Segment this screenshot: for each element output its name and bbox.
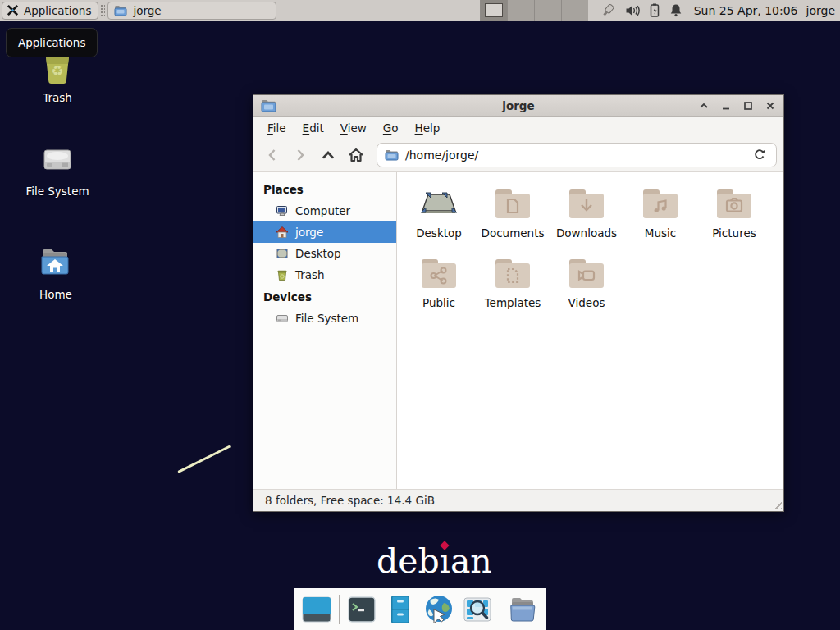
file-item-downloads[interactable]: Downloads: [551, 183, 622, 240]
applications-tooltip: Applications: [6, 28, 98, 57]
menu-help[interactable]: Help: [407, 119, 449, 137]
home-button[interactable]: [344, 143, 368, 167]
panel-clock[interactable]: Sun 25 Apr, 10:06: [694, 4, 798, 17]
sidebar-devices-header: Devices: [253, 285, 396, 308]
dock-separator: [500, 595, 500, 624]
file-item-public[interactable]: Public: [404, 253, 474, 309]
desktop-line-artifact: [177, 445, 231, 472]
applications-menu-button[interactable]: Applications: [2, 2, 98, 20]
dock-separator: [339, 595, 340, 624]
file-item-music[interactable]: Music: [625, 183, 696, 240]
trash-icon: [276, 268, 289, 281]
panel-username[interactable]: jorge: [806, 4, 835, 17]
battery-icon[interactable]: [649, 3, 660, 17]
desktop-icon-home[interactable]: Home: [16, 244, 95, 301]
file-cabinet-icon[interactable]: [384, 593, 417, 626]
workspace-1[interactable]: [480, 0, 507, 21]
folder-templates-icon: [493, 257, 532, 290]
svg-text:♻: ♻: [51, 62, 63, 79]
file-item-label: Desktop: [416, 226, 462, 240]
debian-logo-text: an: [450, 541, 492, 581]
file-item-documents[interactable]: Documents: [477, 183, 548, 240]
sidebar-item-file-system[interactable]: File System: [253, 308, 396, 329]
notifications-bell-icon[interactable]: [669, 3, 682, 17]
menu-file[interactable]: File: [259, 119, 294, 137]
back-button[interactable]: [260, 143, 285, 167]
forward-button[interactable]: [288, 143, 313, 167]
debian-logo: debıan: [377, 541, 492, 581]
debian-logo-i: ı: [440, 541, 450, 581]
file-item-pictures[interactable]: Pictures: [699, 183, 769, 240]
desktop-icon-label: File System: [25, 185, 89, 198]
terminal-icon[interactable]: [345, 593, 378, 626]
sidebar: Places Computer: [253, 172, 397, 489]
sidebar-item-computer[interactable]: Computer: [253, 200, 396, 221]
panel-handle[interactable]: [100, 4, 105, 17]
home-icon: [276, 226, 289, 239]
workspace-2[interactable]: [507, 0, 534, 21]
debian-logo-text: deb: [377, 541, 440, 581]
path-folder-icon: [385, 149, 399, 161]
statusbar: 8 folders, Free space: 14.4 GiB: [253, 489, 783, 511]
volume-icon[interactable]: [625, 4, 640, 17]
show-desktop-icon[interactable]: [300, 593, 333, 626]
menu-go[interactable]: Go: [375, 119, 407, 137]
resize-grip[interactable]: [771, 499, 782, 509]
desktop-icon-label: Home: [39, 288, 72, 301]
file-item-label: Documents: [482, 226, 545, 240]
file-manager-window: jorge File Edit View Go Help: [253, 94, 784, 512]
path-input[interactable]: /home/jorge/: [405, 148, 478, 162]
reload-icon[interactable]: [751, 148, 769, 162]
taskbar-window-label: jorge: [133, 4, 161, 17]
file-item-templates[interactable]: Templates: [477, 253, 548, 309]
sidebar-item-desktop[interactable]: Desktop: [253, 243, 396, 264]
window-content: Places Computer: [253, 172, 783, 489]
folder-downloads-icon: [567, 187, 606, 220]
computer-icon: [276, 204, 289, 217]
desktop-icon-file-system[interactable]: File System: [18, 139, 97, 198]
folder-icon: [114, 5, 127, 16]
folder-public-icon: [419, 257, 459, 290]
file-item-label: Templates: [485, 296, 541, 309]
up-button[interactable]: [316, 143, 340, 167]
titlebar[interactable]: jorge: [253, 95, 783, 117]
desktop-icon-label: Trash: [43, 91, 72, 104]
workspace-switcher: [480, 0, 588, 21]
minimize-button[interactable]: [720, 100, 732, 112]
maximize-button[interactable]: [742, 100, 754, 112]
path-bar[interactable]: /home/jorge/: [377, 143, 777, 167]
desktop-icon: [276, 247, 289, 260]
shade-button[interactable]: [698, 100, 710, 112]
top-panel: Applications jorge: [0, 0, 840, 21]
applications-menu-label: Applications: [24, 4, 91, 17]
app-finder-icon[interactable]: [461, 593, 494, 626]
menu-edit[interactable]: Edit: [294, 119, 332, 137]
close-button[interactable]: [765, 100, 776, 112]
sidebar-item-jorge[interactable]: jorge: [253, 221, 396, 243]
sidebar-item-trash[interactable]: Trash: [253, 264, 396, 285]
pen-tool-icon[interactable]: [600, 3, 616, 18]
sidebar-item-label: jorge: [295, 226, 323, 239]
file-item-videos[interactable]: Videos: [551, 253, 622, 309]
workspace-window-preview: [485, 3, 503, 17]
file-grid: Desktop Documents: [397, 172, 783, 489]
hard-drive-icon: [38, 139, 77, 179]
web-browser-icon[interactable]: [422, 593, 455, 626]
file-item-label: Downloads: [556, 226, 617, 240]
sidebar-item-label: Desktop: [295, 247, 341, 260]
folder-icon[interactable]: [506, 593, 539, 626]
window-folder-icon: [261, 99, 276, 112]
file-item-desktop[interactable]: Desktop: [404, 183, 474, 240]
sidebar-item-label: Trash: [295, 268, 325, 281]
home-folder-icon: [36, 244, 75, 282]
workspace-4[interactable]: [561, 0, 588, 21]
file-item-label: Music: [645, 226, 676, 240]
folder-documents-icon: [493, 187, 532, 220]
taskbar-window-button[interactable]: jorge: [107, 2, 276, 20]
folder-music-icon: [641, 187, 680, 220]
xfce-applications-icon: [6, 3, 20, 17]
system-tray: [588, 3, 691, 18]
workspace-3[interactable]: [534, 0, 561, 21]
statusbar-text: 8 folders, Free space: 14.4 GiB: [265, 494, 435, 507]
menu-view[interactable]: View: [332, 119, 375, 137]
